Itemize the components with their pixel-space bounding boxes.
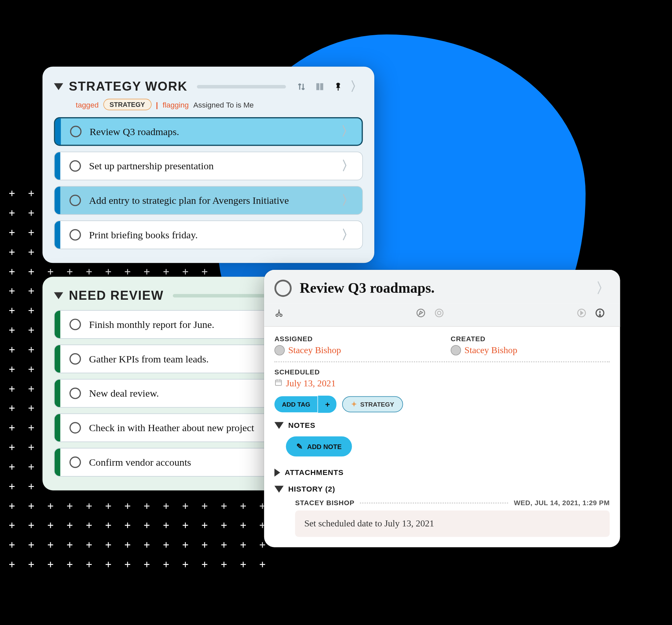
- compass-icon[interactable]: [416, 308, 426, 320]
- pin-icon[interactable]: [332, 80, 344, 93]
- avatar-icon: [274, 345, 285, 356]
- chevron-right-icon[interactable]: 〉: [596, 279, 610, 297]
- detail-title: Review Q3 roadmaps.: [300, 280, 588, 296]
- task-complete-circle[interactable]: [69, 319, 81, 330]
- section-title: STRATEGY WORK: [69, 79, 188, 94]
- attachments-label: ATTACHMENTS: [285, 468, 343, 477]
- sort-icon[interactable]: [295, 80, 308, 93]
- task-detail-panel: Review Q3 roadmaps. 〉: [264, 270, 620, 547]
- svg-rect-10: [275, 380, 282, 385]
- task-color-bar: [54, 414, 60, 441]
- task-color-bar: [54, 152, 60, 179]
- tagged-label: tagged: [76, 100, 99, 109]
- target-icon[interactable]: [434, 308, 445, 320]
- task-color-bar: [54, 187, 60, 214]
- assigned-block: ASSIGNED Stacey Bishop: [274, 335, 433, 356]
- task-color-bar: [54, 449, 60, 476]
- chevron-right-icon[interactable]: 〉: [333, 123, 362, 140]
- notes-section-header[interactable]: NOTES: [274, 421, 609, 430]
- expand-triangle-icon: [274, 468, 280, 476]
- task-complete-circle[interactable]: [69, 388, 81, 399]
- add-note-button[interactable]: ✎ ADD NOTE: [286, 436, 352, 457]
- chevron-right-icon[interactable]: 〉: [334, 192, 362, 209]
- chevron-right-icon[interactable]: 〉: [334, 157, 362, 175]
- task-complete-circle[interactable]: [69, 353, 81, 365]
- section-filter-subline: tagged STRATEGY | flagging Assigned To i…: [76, 99, 363, 111]
- strategy-work-panel: STRATEGY WORK 〉 tagged STRATEGY | flaggi…: [43, 67, 374, 263]
- collapse-triangle-icon[interactable]: [54, 292, 64, 299]
- task-complete-circle[interactable]: [69, 194, 81, 206]
- task-color-bar: [54, 345, 60, 373]
- created-person[interactable]: Stacey Bishop: [464, 345, 518, 356]
- history-entry-header: STACEY BISHOP WED, JUL 14, 2021, 1:29 PM: [295, 499, 609, 507]
- detail-header: Review Q3 roadmaps. 〉: [264, 270, 620, 303]
- section-header: STRATEGY WORK 〉: [54, 78, 363, 95]
- scheduled-block: SCHEDULED July 13, 2021: [274, 368, 609, 389]
- chevron-right-icon[interactable]: 〉: [350, 78, 363, 95]
- task-row[interactable]: Review Q3 roadmaps. 〉: [54, 117, 363, 146]
- scheduled-date[interactable]: July 13, 2021: [286, 378, 336, 389]
- header-divider: [197, 85, 286, 88]
- task-title: Review Q3 roadmaps.: [90, 125, 333, 138]
- task-color-bar: [55, 118, 61, 145]
- filter-tag-chip[interactable]: STRATEGY: [103, 99, 151, 111]
- created-block: CREATED Stacey Bishop: [451, 335, 609, 356]
- task-complete-circle[interactable]: [69, 422, 81, 434]
- detail-body: ASSIGNED Stacey Bishop CREATED Stacey Bi…: [264, 327, 620, 547]
- svg-point-5: [437, 311, 441, 315]
- chevron-right-icon[interactable]: 〉: [334, 226, 362, 244]
- svg-point-3: [417, 309, 425, 317]
- task-color-bar: [54, 380, 60, 407]
- svg-point-4: [435, 309, 443, 317]
- task-complete-circle[interactable]: [69, 160, 81, 172]
- flagging-label: flagging: [163, 100, 189, 109]
- task-title: Set up partnership presentation: [89, 160, 334, 172]
- calendar-icon: [274, 378, 282, 389]
- history-label: HISTORY (2): [288, 485, 335, 493]
- svg-rect-0: [338, 88, 339, 91]
- task-title: Add entry to strategic plan for Avengers…: [89, 194, 334, 207]
- avatar-icon: [451, 345, 461, 356]
- notes-label: NOTES: [288, 421, 315, 430]
- history-timestamp: WED, JUL 14, 2021, 1:29 PM: [514, 499, 609, 507]
- created-label: CREATED: [451, 335, 609, 343]
- tag-icon: ✦: [351, 400, 357, 408]
- task-color-bar: [54, 221, 60, 248]
- task-complete-circle[interactable]: [274, 280, 292, 297]
- detail-toolbar: [264, 303, 620, 327]
- task-title: Print briefing books friday.: [89, 229, 334, 241]
- pencil-icon: ✎: [296, 442, 303, 451]
- scissors-icon[interactable]: [274, 308, 284, 320]
- alert-icon[interactable]: [595, 308, 605, 320]
- add-note-label: ADD NOTE: [307, 443, 342, 450]
- tag-label: STRATEGY: [360, 401, 394, 408]
- task-row[interactable]: Add entry to strategic plan for Avengers…: [54, 186, 363, 215]
- book-icon[interactable]: [314, 80, 326, 93]
- svg-point-9: [599, 315, 600, 316]
- add-tag-plus-button[interactable]: +: [318, 395, 336, 413]
- assigned-person[interactable]: Stacey Bishop: [288, 345, 341, 356]
- task-color-bar: [54, 311, 60, 338]
- task-complete-circle[interactable]: [69, 229, 81, 241]
- task-complete-circle[interactable]: [70, 126, 82, 138]
- task-complete-circle[interactable]: [69, 456, 81, 468]
- history-author: STACEY BISHOP: [295, 499, 354, 507]
- collapse-triangle-icon: [274, 422, 284, 429]
- tag-pill[interactable]: ✦ STRATEGY: [342, 396, 403, 412]
- collapse-triangle-icon[interactable]: [54, 83, 64, 90]
- add-tag-button[interactable]: ADD TAG: [274, 396, 318, 412]
- history-section-header[interactable]: HISTORY (2): [274, 485, 609, 493]
- task-row[interactable]: Set up partnership presentation 〉: [54, 152, 363, 181]
- flagging-value: Assigned To is Me: [193, 100, 254, 109]
- forward-icon[interactable]: [576, 308, 587, 320]
- task-row[interactable]: Print briefing books friday. 〉: [54, 220, 363, 249]
- attachments-section-header[interactable]: ATTACHMENTS: [274, 468, 609, 477]
- separator: |: [156, 100, 158, 109]
- scheduled-label: SCHEDULED: [274, 368, 609, 376]
- collapse-triangle-icon: [274, 486, 284, 492]
- history-entry-body: Set scheduled date to July 13, 2021: [295, 510, 609, 537]
- assigned-label: ASSIGNED: [274, 335, 433, 343]
- section-title: NEED REVIEW: [69, 288, 164, 303]
